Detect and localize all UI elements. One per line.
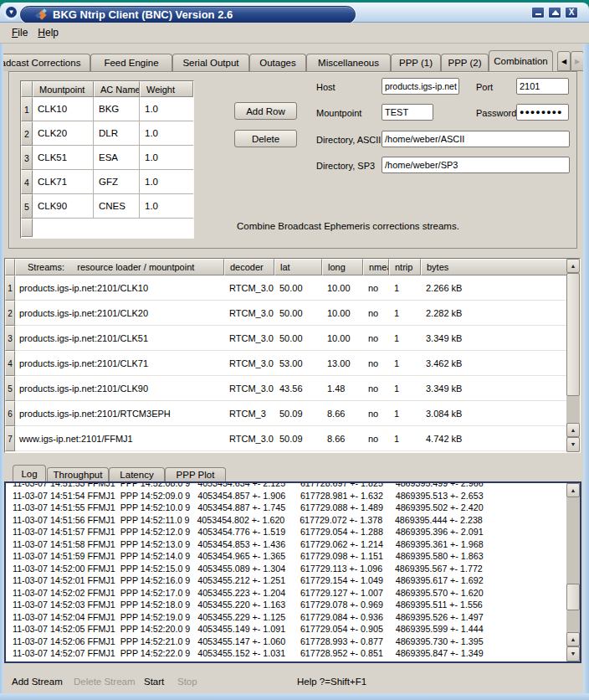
directory-ascii-input[interactable]: /home/weber/ASCII (382, 131, 570, 147)
row-header[interactable]: 3 (21, 146, 33, 170)
cell-long[interactable]: 1.48 (322, 376, 363, 401)
cell-source[interactable]: products.igs-ip.net:2101/CLK71 (15, 351, 224, 376)
stop-button[interactable]: Stop (177, 677, 197, 687)
scroll-up-button[interactable]: ▲ (566, 632, 580, 646)
cell-decoder[interactable]: RTCM_3.0 (224, 275, 274, 301)
cell-long[interactable]: 8.66 (322, 401, 363, 426)
scrollbar-thumb[interactable] (566, 584, 580, 610)
cell-decoder[interactable]: RTCM_3.0 (224, 351, 274, 376)
cell-weight[interactable]: 1.0 (140, 97, 193, 121)
cell-bytes[interactable]: 3.462 kB (421, 351, 567, 376)
tab-log[interactable]: Log (13, 465, 46, 481)
scroll-up-button[interactable]: ▲ (566, 259, 580, 273)
tab-feed-engine[interactable]: Feed Engine (90, 54, 172, 71)
cell-nmea[interactable]: no (363, 401, 389, 426)
cell-lat[interactable]: 50.00 (274, 301, 322, 326)
cell-ac-name[interactable]: DLR (94, 121, 140, 146)
table-row[interactable]: 2 CLK20 DLR 1.0 (21, 121, 193, 146)
tab-miscellaneous[interactable]: Miscellaneous (306, 54, 391, 71)
cell-bytes[interactable]: 3.349 kB (421, 376, 567, 401)
stream-row[interactable]: 3 products.igs-ip.net:2101/CLK51 RTCM_3.… (5, 326, 580, 351)
cell-source[interactable]: products.igs-ip.net:2101/CLK10 (15, 275, 224, 301)
cell-ac-name[interactable]: GFZ (94, 170, 140, 194)
tab-combination[interactable]: Combination (489, 50, 553, 71)
cell-weight[interactable]: 1.0 (140, 121, 193, 146)
cell-long[interactable]: 13.00 (322, 351, 363, 376)
cell-weight[interactable]: 1.0 (140, 194, 193, 219)
cell-bytes[interactable]: 3.084 kB (421, 401, 567, 426)
cell-bytes[interactable]: 2.282 kB (421, 301, 567, 326)
streams-scrollbar[interactable]: ▲ ▲ ▼ (566, 259, 580, 452)
cell-long[interactable]: 10.00 (322, 275, 363, 301)
header-ac-name[interactable]: AC Name (94, 81, 140, 97)
row-header[interactable]: 1 (21, 97, 33, 121)
cell-nmea[interactable]: no (363, 376, 389, 401)
header-weight[interactable]: Weight (140, 81, 193, 97)
row-header[interactable]: 2 (5, 301, 15, 326)
cell-mountpoint[interactable]: CLK20 (33, 121, 94, 146)
stream-row[interactable]: 7 www.igs-ip.net:2101/FFMJ1 RTCM_3.0 50.… (5, 426, 580, 451)
cell-bytes[interactable]: 3.349 kB (421, 326, 567, 351)
stream-row[interactable]: 6 products.igs-ip.net:2101/RTCM3EPH RTCM… (5, 401, 580, 426)
scroll-down-button[interactable]: ▼ (566, 646, 580, 661)
cell-source[interactable]: products.igs-ip.net:2101/RTCM3EPH (15, 401, 224, 426)
password-input[interactable]: ●●●●●●●● (516, 104, 569, 121)
stream-row[interactable]: 5 products.igs-ip.net:2101/CLK90 RTCM_3.… (5, 376, 580, 401)
header-nmea[interactable]: nmea (363, 259, 389, 275)
scroll-up-button[interactable]: ▲ (566, 423, 580, 437)
tab-scroll-right-button[interactable]: ▶ (571, 51, 583, 71)
cell-long[interactable]: 8.66 (322, 426, 363, 451)
host-input[interactable]: products.igs-ip.net (382, 78, 459, 95)
cell-ac-name[interactable]: BKG (94, 97, 140, 121)
cell-source[interactable]: products.igs-ip.net:2101/CLK90 (15, 376, 224, 401)
cell-ntrip[interactable]: 1 (389, 401, 421, 426)
cell-ntrip[interactable]: 1 (389, 326, 421, 351)
cell-ntrip[interactable]: 1 (389, 301, 421, 326)
tab-serial-output[interactable]: Serial Output (172, 54, 249, 71)
shade-button[interactable] (548, 7, 561, 18)
tab-outages[interactable]: Outages (249, 54, 306, 71)
cell-lat[interactable]: 50.00 (274, 326, 322, 351)
cell-ac-name[interactable]: ESA (94, 146, 140, 170)
cell-weight[interactable]: 1.0 (140, 146, 193, 170)
header-ntrip[interactable]: ntrip (389, 259, 421, 275)
table-row[interactable]: 1 CLK10 BKG 1.0 (21, 97, 193, 121)
cell-lat[interactable]: 50.09 (274, 426, 322, 451)
scrollbar-thumb[interactable] (566, 273, 580, 396)
cell-ntrip[interactable]: 1 (389, 351, 421, 376)
stream-row[interactable]: 4 products.igs-ip.net:2101/CLK71 RTCM_3.… (5, 351, 580, 376)
row-header[interactable]: 7 (5, 426, 15, 451)
header-mountpoint[interactable]: Mountpoint (33, 81, 94, 97)
cell-lat[interactable]: 53.00 (274, 351, 322, 376)
row-header[interactable]: 5 (21, 194, 33, 219)
row-header[interactable]: 3 (5, 326, 15, 351)
table-row[interactable]: 3 CLK51 ESA 1.0 (21, 146, 193, 170)
tab-ppp-2[interactable]: PPP (2) (441, 54, 489, 71)
cell-decoder[interactable]: RTCM_3.0 (224, 301, 274, 326)
tab-broadcast-corrections[interactable]: Broadcast Corrections (3, 54, 90, 71)
header-lat[interactable]: lat (274, 259, 322, 275)
add-row-button[interactable]: Add Row (234, 102, 297, 120)
cell-mountpoint[interactable]: CLK71 (33, 170, 94, 194)
cell-ac-name[interactable]: CNES (94, 194, 140, 219)
delete-row-button[interactable]: Delete (234, 130, 297, 147)
cell-long[interactable]: 10.00 (322, 301, 363, 326)
scroll-down-button[interactable]: ▼ (566, 437, 580, 452)
start-button[interactable]: Start (144, 677, 164, 687)
cell-weight[interactable]: 1.0 (140, 170, 193, 194)
mountpoint-input[interactable]: TEST (382, 104, 433, 121)
header-bytes[interactable]: bytes (421, 259, 567, 275)
stream-row[interactable]: 1 products.igs-ip.net:2101/CLK10 RTCM_3.… (5, 275, 580, 301)
port-input[interactable]: 2101 (516, 78, 569, 95)
row-header[interactable]: 5 (5, 376, 15, 401)
tab-ppp-plot[interactable]: PPP Plot (165, 467, 226, 481)
add-stream-button[interactable]: Add Stream (12, 677, 63, 687)
header-long[interactable]: long (322, 259, 363, 275)
cell-source[interactable]: products.igs-ip.net:2101/CLK20 (15, 301, 224, 326)
row-header[interactable]: 4 (5, 351, 15, 376)
cell-bytes[interactable]: 4.742 kB (421, 426, 567, 451)
header-source[interactable]: Streams: resource loader / mountpoint (15, 259, 224, 275)
close-button[interactable]: X (565, 7, 578, 18)
directory-sp3-input[interactable]: /home/weber/SP3 (382, 157, 570, 173)
cell-nmea[interactable]: no (363, 426, 389, 451)
